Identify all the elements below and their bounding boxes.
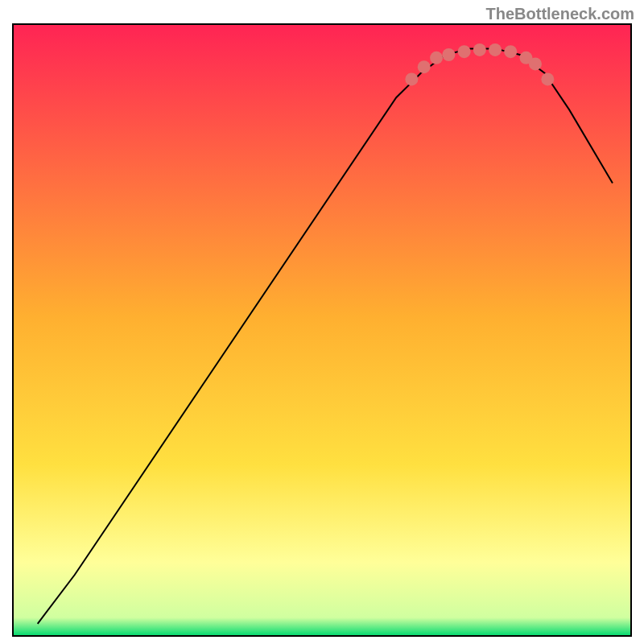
highlight-dot [405, 72, 418, 85]
highlight-dot [442, 48, 455, 61]
watermark-text: TheBottleneck.com [486, 5, 634, 23]
chart-container: TheBottleneck.com [0, 0, 644, 644]
highlight-dot [418, 60, 431, 73]
highlight-dot [489, 43, 502, 56]
highlight-dot [541, 72, 554, 85]
highlight-dot [430, 52, 443, 64]
highlight-dot [504, 45, 517, 58]
highlight-dot [458, 45, 471, 58]
chart-svg [0, 0, 644, 644]
gradient-background [13, 24, 631, 636]
highlight-dot [473, 43, 486, 56]
highlight-dot [529, 57, 542, 70]
